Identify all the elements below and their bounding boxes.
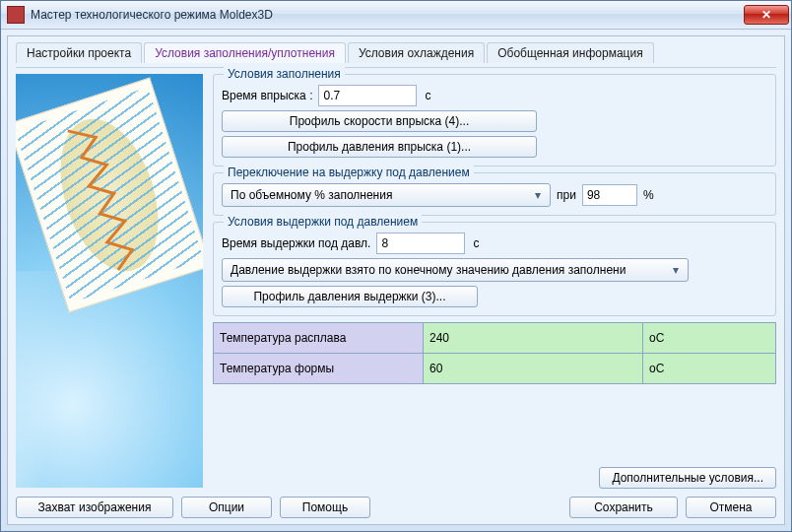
packing-pressure-profile-button[interactable]: Профиль давления выдержки (3)... <box>222 286 478 307</box>
tab-summary[interactable]: Обобщенная информация <box>487 42 653 63</box>
chevron-down-icon: ▾ <box>530 188 546 202</box>
injection-time-unit: с <box>425 89 430 102</box>
legend-switchover: Переключение на выдержку под давлением <box>224 166 474 179</box>
save-button[interactable]: Сохранить <box>569 497 678 518</box>
group-switchover: Переключение на выдержку под давлением П… <box>213 172 776 216</box>
cancel-button[interactable]: Отмена <box>686 497 776 518</box>
injection-time-input[interactable] <box>318 85 417 106</box>
melt-temp-label: Температура расплава <box>214 323 424 354</box>
window-title: Мастер технологического режима Moldex3D <box>31 8 744 22</box>
options-button[interactable]: Опции <box>181 497 272 518</box>
melt-temp-unit: oC <box>643 323 776 354</box>
injection-pressure-profile-button[interactable]: Профиль давления впрыска (1)... <box>222 136 537 158</box>
sidebar-illustration <box>16 74 203 488</box>
tab-project[interactable]: Настройки проекта <box>16 42 142 63</box>
mold-temp-unit: oC <box>643 354 776 384</box>
mold-temp-label: Температура формы <box>214 354 424 384</box>
packing-pressure-source-select[interactable]: Давление выдержки взято по конечному зна… <box>222 258 689 282</box>
app-icon <box>7 6 25 24</box>
titlebar: Мастер технологического режима Moldex3D … <box>1 1 791 30</box>
legend-packing: Условия выдержки под давлением <box>224 215 422 229</box>
footer-bar: Захват изображения Опции Помощь Сохранит… <box>16 489 776 518</box>
melt-temp-value[interactable]: 240 <box>424 323 643 354</box>
mold-temp-value[interactable]: 60 <box>424 354 643 384</box>
group-filling-conditions: Условия заполнения Время впрыска : с Про… <box>213 74 776 166</box>
injection-speed-profile-button[interactable]: Профиль скорости впрыска (4)... <box>222 110 537 132</box>
help-button[interactable]: Помощь <box>280 497 370 518</box>
capture-image-button[interactable]: Захват изображения <box>16 497 173 518</box>
packing-time-input[interactable] <box>376 233 465 254</box>
form-area: Условия заполнения Время впрыска : с Про… <box>213 74 776 489</box>
table-row: Температура расплава 240 oC <box>214 323 776 354</box>
advanced-conditions-button[interactable]: Дополнительные условия... <box>599 467 776 489</box>
tab-bar: Настройки проекта Условия заполнения/упл… <box>16 42 776 63</box>
close-button[interactable]: ✕ <box>744 5 789 25</box>
table-row: Температура формы 60 oC <box>214 354 776 384</box>
switchover-value-input[interactable] <box>582 184 637 206</box>
app-window: Мастер технологического режима Moldex3D … <box>0 0 792 532</box>
chevron-down-icon: ▾ <box>668 263 684 277</box>
switchover-unit: % <box>643 188 654 202</box>
packing-pressure-source-value: Давление выдержки взято по конечному зна… <box>231 263 626 277</box>
close-icon: ✕ <box>761 8 771 22</box>
switchover-mode-select[interactable]: По объемному % заполнения ▾ <box>222 183 551 207</box>
packing-time-label: Время выдержки под давл. <box>222 236 370 250</box>
client-area: Настройки проекта Условия заполнения/упл… <box>7 35 785 525</box>
legend-filling: Условия заполнения <box>224 67 345 81</box>
packing-time-unit: с <box>473 236 479 250</box>
tab-cooling[interactable]: Условия охлаждения <box>348 42 485 63</box>
temperature-table: Температура расплава 240 oC Температура … <box>213 322 776 384</box>
group-packing: Условия выдержки под давлением Время выд… <box>213 222 776 316</box>
injection-time-label: Время впрыска : <box>222 89 312 102</box>
switchover-at-label: при <box>557 188 576 202</box>
switchover-mode-value: По объемному % заполнения <box>231 188 392 202</box>
tab-filling[interactable]: Условия заполнения/уплотнения <box>144 42 346 63</box>
